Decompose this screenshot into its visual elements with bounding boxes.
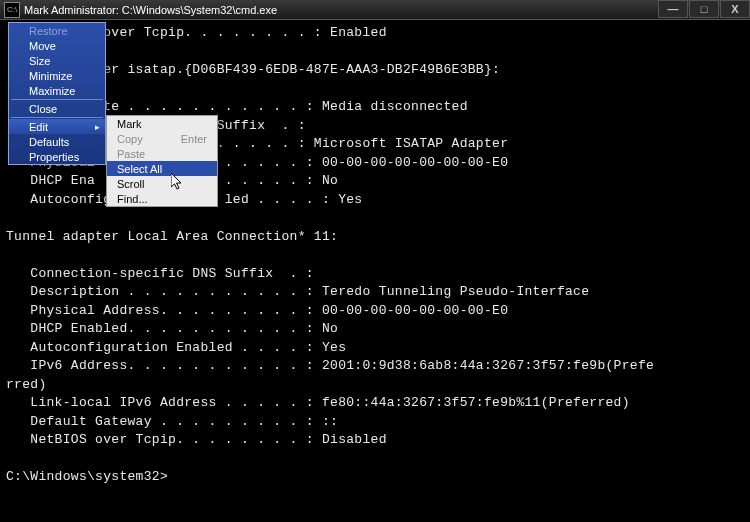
edit-menu-item-mark[interactable]: Mark [107,116,217,131]
edit-menu-item-scroll[interactable]: Scroll [107,176,217,191]
close-button[interactable]: X [720,0,750,18]
console-line: NetBIOS over Tcpip. . . . . . . . : Disa… [6,431,744,450]
menu-item-label: Scroll [117,178,145,190]
edit-menu-item-find-[interactable]: Find... [107,191,217,206]
console-line: ate . . . . . . . . . . . : Media discon… [6,98,744,117]
window-title: Mark Administrator: C:\Windows\System32\… [24,4,277,16]
menu-item-label: Find... [117,193,148,205]
console-line: Default Gateway . . . . . . . . . : :: [6,413,744,432]
system-menu-item-move[interactable]: Move [9,38,105,53]
system-menu-item-close[interactable]: Close [9,101,105,116]
menu-separator [11,99,103,100]
menu-item-label: Paste [117,148,145,160]
system-menu-item-size[interactable]: Size [9,53,105,68]
console-line: ter isatap.{D06BF439-6EDB-487E-AAA3-DB2F… [6,61,744,80]
console-line: C:\Windows\system32> [6,468,744,487]
console-line: Tunnel adapter Local Area Connection* 11… [6,228,744,247]
menu-separator [11,117,103,118]
menu-item-shortcut: Enter [181,132,207,146]
mouse-cursor-icon [171,173,185,191]
console-line [6,209,744,228]
titlebar[interactable]: C:\ Mark Administrator: C:\Windows\Syste… [0,0,750,20]
system-menu-item-defaults[interactable]: Defaults [9,134,105,149]
edit-menu-item-select-all[interactable]: Select All [107,161,217,176]
system-menu-item-restore: Restore [9,23,105,38]
app-icon[interactable]: C:\ [4,2,20,18]
system-menu-item-properties[interactable]: Properties [9,149,105,164]
console-line [6,246,744,265]
maximize-button[interactable]: □ [689,0,719,18]
console-line: Description . . . . . . . . . . . : Tere… [6,283,744,302]
console-line: over Tcpip. . . . . . . . : Enabled [6,24,744,43]
menu-item-label: Mark [117,118,141,130]
console-output[interactable]: over Tcpip. . . . . . . . : Enabled ter … [0,20,750,491]
minimize-button[interactable]: — [658,0,688,18]
console-line [6,450,744,469]
system-menu-item-minimize[interactable]: Minimize [9,68,105,83]
console-line: DHCP Enabled. . . . . . . . . . . : No [6,320,744,339]
system-menu: RestoreMoveSizeMinimizeMaximizeCloseEdit… [8,22,106,165]
system-menu-item-edit[interactable]: Edit [9,119,105,134]
console-line: Connection-specific DNS Suffix . : [6,265,744,284]
menu-item-label: Copy [117,133,143,145]
console-line: Autoconfiguration Enabled . . . . : Yes [6,339,744,358]
edit-submenu: MarkCopyEnterPasteSelect AllScrollFind..… [106,115,218,207]
edit-menu-item-copy: CopyEnter [107,131,217,146]
console-line [6,43,744,62]
system-menu-item-maximize[interactable]: Maximize [9,83,105,98]
console-line: rred) [6,376,744,395]
console-line: Physical Address. . . . . . . . . : 00-0… [6,302,744,321]
menu-item-label: Select All [117,163,162,175]
console-line: Link-local IPv6 Address . . . . . : fe80… [6,394,744,413]
console-line [6,80,744,99]
edit-menu-item-paste: Paste [107,146,217,161]
console-line: IPv6 Address. . . . . . . . . . . : 2001… [6,357,744,376]
window-buttons: — □ X [657,0,750,20]
